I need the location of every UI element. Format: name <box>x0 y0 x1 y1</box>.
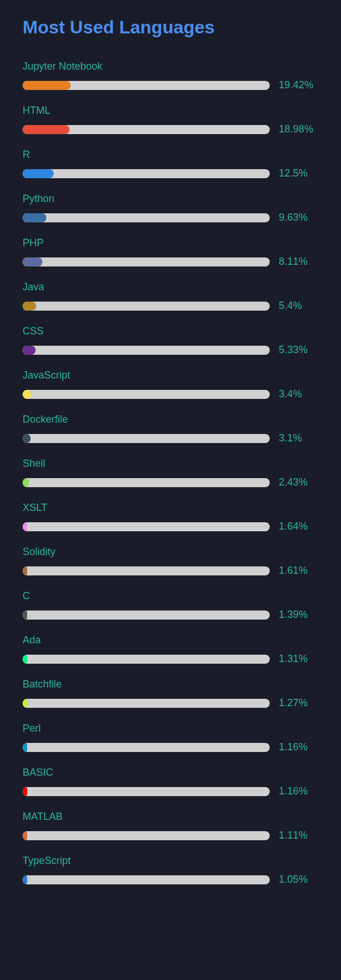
language-name: Batchfile <box>23 678 318 690</box>
bar-fill <box>23 390 31 399</box>
language-row: 1.39% <box>23 609 318 621</box>
language-item: HTML18.98% <box>23 105 318 135</box>
bar-track <box>23 390 270 399</box>
language-percent: 1.61% <box>279 565 318 577</box>
bar-fill <box>23 478 29 487</box>
language-item: TypeScript1.05% <box>23 855 318 886</box>
language-name: MATLAB <box>23 811 318 823</box>
bar-fill <box>23 302 36 311</box>
language-name: R <box>23 149 318 161</box>
language-item: JavaScript3.4% <box>23 369 318 400</box>
bar-track <box>23 787 270 796</box>
page-title: Most Used Languages <box>23 17 318 38</box>
bar-track <box>23 611 270 620</box>
language-percent: 1.11% <box>279 829 318 841</box>
bar-fill <box>23 257 42 267</box>
language-percent: 1.16% <box>279 741 318 753</box>
bar-track <box>23 831 270 840</box>
language-percent: 9.63% <box>279 212 318 223</box>
bar-track <box>23 743 270 752</box>
language-percent: 1.39% <box>279 609 318 621</box>
language-item: CSS5.33% <box>23 325 318 356</box>
bar-track <box>23 566 270 575</box>
language-name: Shell <box>23 458 318 470</box>
bar-track <box>23 302 270 311</box>
language-name: Solidity <box>23 546 318 558</box>
language-item: Ada1.31% <box>23 634 318 665</box>
language-row: 1.11% <box>23 829 318 841</box>
language-name: PHP <box>23 237 318 249</box>
language-row: 1.16% <box>23 741 318 753</box>
bar-fill <box>23 699 27 708</box>
language-item: Batchfile1.27% <box>23 678 318 709</box>
language-row: 3.1% <box>23 432 318 444</box>
language-item: Perl1.16% <box>23 723 318 753</box>
bar-track <box>23 125 270 134</box>
language-item: Dockerfile3.1% <box>23 414 318 444</box>
bar-fill <box>23 213 46 222</box>
bar-fill <box>23 81 71 90</box>
bar-fill <box>23 434 31 443</box>
language-name: Ada <box>23 634 318 646</box>
bar-track <box>23 875 270 884</box>
language-percent: 5.33% <box>279 344 318 356</box>
language-percent: 18.98% <box>279 123 318 135</box>
bar-fill <box>23 566 27 575</box>
language-percent: 2.43% <box>279 476 318 488</box>
language-name: Perl <box>23 723 318 734</box>
bar-fill <box>23 743 27 752</box>
language-item: MATLAB1.11% <box>23 811 318 841</box>
bar-fill <box>23 831 27 840</box>
language-percent: 1.31% <box>279 653 318 665</box>
language-row: 19.42% <box>23 79 318 91</box>
language-item: C1.39% <box>23 590 318 621</box>
language-percent: 1.16% <box>279 785 318 797</box>
language-name: Java <box>23 281 318 293</box>
language-row: 1.27% <box>23 697 318 709</box>
language-row: 3.4% <box>23 388 318 400</box>
language-percent: 3.1% <box>279 432 318 444</box>
language-name: Jupyter Notebook <box>23 61 318 72</box>
language-item: Shell2.43% <box>23 458 318 488</box>
bar-fill <box>23 787 27 796</box>
bar-track <box>23 213 270 222</box>
language-name: JavaScript <box>23 369 318 381</box>
language-item: Solidity1.61% <box>23 546 318 577</box>
language-percent: 1.05% <box>279 874 318 886</box>
language-row: 1.31% <box>23 653 318 665</box>
language-item: R12.5% <box>23 149 318 179</box>
language-row: 5.33% <box>23 344 318 356</box>
bar-track <box>23 346 270 355</box>
language-name: TypeScript <box>23 855 318 867</box>
language-percent: 5.4% <box>279 300 318 312</box>
language-row: 1.05% <box>23 874 318 886</box>
bar-track <box>23 522 270 531</box>
language-percent: 12.5% <box>279 167 318 179</box>
language-percent: 8.11% <box>279 256 318 268</box>
bar-track <box>23 81 270 90</box>
bar-track <box>23 699 270 708</box>
bar-track <box>23 478 270 487</box>
bar-track <box>23 257 270 267</box>
language-row: 8.11% <box>23 256 318 268</box>
language-row: 9.63% <box>23 212 318 223</box>
bar-fill <box>23 169 54 178</box>
bar-track <box>23 169 270 178</box>
language-row: 12.5% <box>23 167 318 179</box>
language-list: Jupyter Notebook19.42%HTML18.98%R12.5%Py… <box>23 61 318 886</box>
bar-fill <box>23 875 27 884</box>
bar-fill <box>23 346 36 355</box>
language-name: C <box>23 590 318 602</box>
language-row: 1.61% <box>23 565 318 577</box>
language-row: 1.64% <box>23 521 318 532</box>
bar-fill <box>23 611 27 620</box>
language-item: PHP8.11% <box>23 237 318 268</box>
language-row: 18.98% <box>23 123 318 135</box>
language-percent: 1.27% <box>279 697 318 709</box>
language-item: XSLT1.64% <box>23 502 318 532</box>
language-item: BASIC1.16% <box>23 767 318 797</box>
language-percent: 19.42% <box>279 79 318 91</box>
language-item: Jupyter Notebook19.42% <box>23 61 318 91</box>
language-name: XSLT <box>23 502 318 514</box>
bar-fill <box>23 655 27 664</box>
